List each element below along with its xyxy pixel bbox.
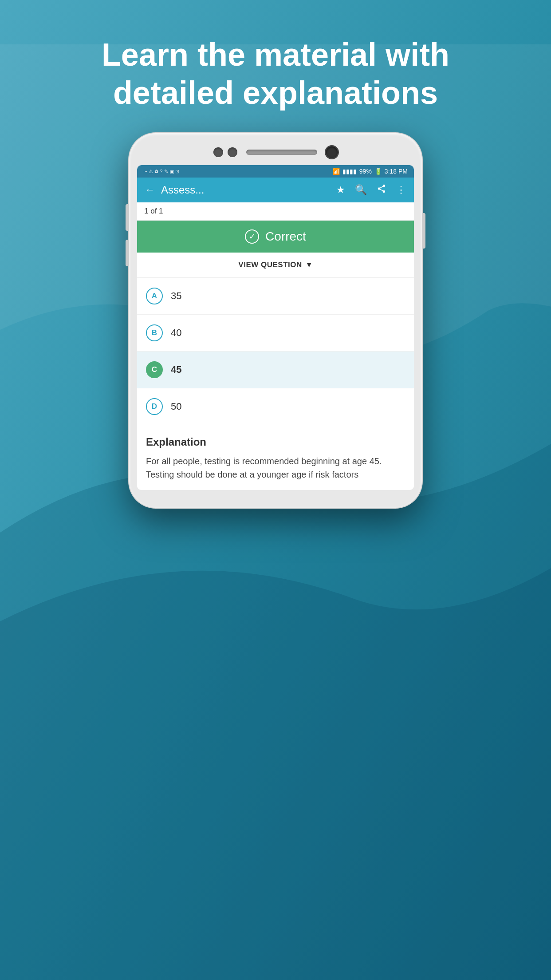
answer-text-a: 35: [171, 290, 181, 302]
toolbar-actions: ★ 🔍 ⋮: [336, 184, 406, 196]
explanation-title: Explanation: [146, 436, 405, 448]
front-sensors: [213, 147, 237, 157]
front-camera: [326, 146, 338, 158]
answer-item-c[interactable]: C 45: [137, 352, 414, 388]
status-bar-right: 📶 ▮▮▮▮ 99% 🔋 3:18 PM: [332, 168, 408, 175]
back-button[interactable]: ←: [145, 184, 155, 196]
status-bar: ··· ⚠ ✿ ? ✎ ▣ ⊡ 📶 ▮▮▮▮ 99% 🔋 3:18 PM: [137, 165, 414, 178]
correct-banner: ✓ Correct: [137, 221, 414, 253]
battery-percentage: 99%: [359, 168, 372, 175]
answer-text-d: 50: [171, 401, 181, 412]
explanation-body: For all people, testing is recommended b…: [146, 454, 405, 481]
volume-down-button: [126, 240, 129, 266]
power-button: [422, 213, 425, 249]
answer-item-d[interactable]: D 50: [137, 388, 414, 425]
volume-up-button: [126, 204, 129, 231]
signal-icon: ▮▮▮▮: [342, 168, 357, 175]
answer-text-c: 45: [171, 364, 181, 375]
app-toolbar: ← Assess... ★ 🔍 ⋮: [137, 178, 414, 202]
answer-circle-b: B: [146, 324, 163, 341]
battery-icon: 🔋: [374, 168, 382, 175]
earpiece-speaker: [246, 150, 317, 155]
view-question-arrow: ▼: [306, 261, 313, 269]
question-counter: 1 of 1: [137, 202, 414, 221]
status-bar-left: ··· ⚠ ✿ ? ✎ ▣ ⊡: [143, 169, 179, 174]
answers-list: A 35 B 40 C 45 D 50: [137, 278, 414, 425]
toolbar-left: ← Assess...: [145, 184, 204, 196]
correct-label: Correct: [265, 229, 306, 244]
check-circle-icon: ✓: [245, 229, 259, 244]
wifi-icon: 📶: [332, 168, 340, 175]
notification-icons: ··· ⚠ ✿ ? ✎ ▣ ⊡: [143, 169, 179, 174]
page-title: Learn the material with detailed explana…: [0, 0, 551, 139]
search-button[interactable]: 🔍: [355, 184, 367, 196]
answer-circle-c: C: [146, 361, 163, 378]
answer-text-b: 40: [171, 327, 181, 339]
clock: 3:18 PM: [385, 168, 408, 175]
toolbar-title: Assess...: [161, 184, 204, 196]
share-button[interactable]: [377, 184, 386, 196]
sensor-dot-1: [213, 147, 223, 157]
phone-mockup: ··· ⚠ ✿ ? ✎ ▣ ⊡ 📶 ▮▮▮▮ 99% 🔋 3:18 PM ← A…: [129, 133, 422, 508]
view-question-toggle[interactable]: VIEW QUESTION ▼: [137, 253, 414, 278]
answer-item-b[interactable]: B 40: [137, 315, 414, 352]
answer-circle-d: D: [146, 398, 163, 415]
answer-item-a[interactable]: A 35: [137, 278, 414, 315]
star-button[interactable]: ★: [336, 184, 345, 196]
sensor-dot-2: [228, 147, 237, 157]
more-button[interactable]: ⋮: [396, 184, 406, 196]
phone-top-bezel: [137, 146, 414, 158]
phone-screen: ··· ⚠ ✿ ? ✎ ▣ ⊡ 📶 ▮▮▮▮ 99% 🔋 3:18 PM ← A…: [137, 165, 414, 490]
answer-circle-a: A: [146, 288, 163, 304]
explanation-section: Explanation For all people, testing is r…: [137, 425, 414, 490]
